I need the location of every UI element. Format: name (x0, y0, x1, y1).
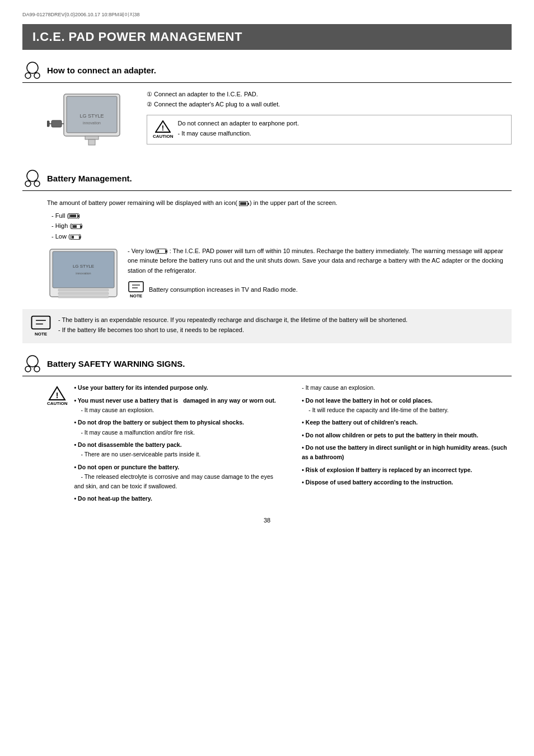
page-header: DA99-01278DREV(0.0)2006.10.17 10:8PM페이지3… (22, 11, 512, 18)
safety-item-12: • Risk of explosion If battery is replac… (302, 465, 512, 475)
note-full-line1: - The battery is an expendable resource.… (58, 315, 407, 325)
section-battery: Battery Management. The amount of batter… (22, 168, 512, 343)
caution-content: Do not connect an adapter to earphone po… (177, 119, 299, 138)
safety-item-1: • Use your battery for its intended purp… (74, 383, 284, 393)
battery-level-full: - Full () (51, 211, 512, 221)
safety-section-icon (22, 353, 43, 374)
connect-title: How to connect an adapter. (47, 66, 156, 75)
svg-point-0 (27, 62, 38, 73)
note-full-line2: - If the battery life becomes too short … (58, 325, 407, 335)
svg-text:innovation: innovation (83, 121, 101, 125)
svg-point-37 (34, 366, 40, 372)
safety-caution-wrap: ! CAUTION • Use your battery for its int… (22, 383, 512, 506)
battery-title: Battery Management. (47, 174, 132, 183)
battery-levels: - Full () - High () - Low () (47, 211, 512, 242)
battery-icon-full (239, 201, 248, 206)
safety-item-4: • Do not disassemble the battery pack. -… (74, 440, 284, 460)
note-full-label: NOTE (35, 330, 47, 338)
svg-rect-14 (47, 121, 49, 127)
connect-layout: LG STYLE innovation ① Connect an adapter… (22, 90, 512, 158)
caution-icon-wrap: ! CAUTION (153, 120, 173, 141)
safety-item-9: • Keep the battery out of children's rea… (302, 418, 512, 427)
connect-steps: ① Connect an adapter to the I.C.E. PAD. … (147, 90, 512, 144)
svg-point-1 (25, 73, 31, 78)
svg-text:LG STYLE: LG STYLE (79, 113, 104, 119)
page-number: 38 (22, 517, 512, 524)
note-full-content: - The battery is an expendable resource.… (58, 315, 407, 335)
svg-rect-29 (129, 282, 143, 292)
connect-section-icon (22, 60, 43, 80)
svg-rect-11 (51, 120, 62, 127)
caution-line2: - It may cause malfunction. (177, 129, 299, 139)
svg-rect-32 (32, 316, 50, 329)
svg-rect-9 (85, 136, 99, 139)
svg-text:LG STYLE: LG STYLE (73, 264, 94, 269)
section-battery-header: Battery Management. (22, 168, 512, 191)
battery-very-low-text: - Very low() : The I.C.E. PAD power will… (128, 246, 512, 276)
section-connect-header: How to connect an adapter. (22, 60, 512, 83)
svg-point-36 (25, 366, 31, 372)
battery-body: The amount of battery power remaining wi… (22, 198, 512, 242)
note-full-symbol-icon (30, 315, 51, 330)
main-title: I.C.E. PAD POWER MANAGEMENT (22, 24, 512, 50)
note-text-inline: Battery consumption increases in TV and … (149, 285, 298, 295)
safety-item-8: • Do not leave the battery in hot or col… (302, 396, 512, 416)
battery-level-high: - High () (51, 221, 512, 231)
note-symbol-icon (128, 281, 144, 293)
section-connect: How to connect an adapter. LG STYLE inno… (22, 60, 512, 158)
battery-low-text: - Very low() : The I.C.E. PAD power will… (128, 246, 512, 304)
svg-rect-23 (53, 251, 114, 288)
svg-point-18 (25, 181, 31, 186)
note-full-box: NOTE - The battery is an expendable reso… (22, 309, 512, 344)
caution-line1: Do not connect an adapter to earphone po… (177, 119, 299, 129)
caution-triangle-icon: ! (155, 120, 171, 133)
safety-item-2: • You must never use a battery that is d… (74, 396, 284, 416)
svg-text:!: ! (56, 391, 59, 400)
battery-device-image: LG STYLE innovation (47, 246, 120, 304)
battery-intro: The amount of battery power remaining wi… (47, 198, 512, 208)
battery-section-icon (22, 168, 43, 188)
safety-item-7: - It may cause an explosion. (302, 383, 512, 393)
svg-rect-27 (58, 292, 109, 295)
section-safety-header: Battery SAFETY WARNING SIGNS. (22, 353, 512, 376)
safety-columns: • Use your battery for its intended purp… (74, 383, 512, 506)
safety-item-11: • Do not use the battery in direct sunli… (302, 443, 512, 463)
safety-caution-triangle: ! (48, 385, 66, 401)
safety-item-5: • Do not open or puncture the battery. -… (74, 463, 284, 492)
safety-item-10: • Do not allow children or pets to put t… (302, 431, 512, 440)
caution-label: CAUTION (153, 133, 173, 141)
connect-caution-box: ! CAUTION Do not connect an adapter to e… (147, 115, 512, 144)
svg-rect-10 (88, 139, 95, 145)
svg-rect-26 (58, 289, 109, 291)
note-full-icon-wrap: NOTE (30, 315, 51, 338)
safety-col1: • Use your battery for its intended purp… (74, 383, 293, 506)
section-safety: Battery SAFETY WARNING SIGNS. ! CAUTION … (22, 353, 512, 506)
connect-step2: ② Connect the adapter's AC plug to a wal… (147, 100, 512, 110)
svg-rect-28 (58, 296, 109, 298)
safety-caution-label: CAUTION (47, 401, 67, 406)
svg-text:innovation: innovation (76, 272, 91, 275)
battery-low-section: LG STYLE innovation - Very low() : The I… (22, 246, 512, 304)
svg-text:!: ! (162, 124, 164, 132)
safety-caution-icon-wrap: ! CAUTION (47, 385, 67, 506)
svg-point-2 (34, 73, 40, 78)
connect-step1: ① Connect an adapter to the I.C.E. PAD. (147, 90, 512, 100)
note-label-inline: NOTE (130, 293, 142, 300)
svg-point-35 (27, 356, 38, 367)
note-icon-wrap: NOTE (128, 281, 144, 300)
safety-item-13: • Dispose of used battery according to t… (302, 478, 512, 487)
adapter-device-image: LG STYLE innovation (47, 90, 137, 158)
safety-item-6: • Do not heat-up the battery. (74, 494, 284, 503)
battery-level-low: - Low () (51, 231, 512, 242)
safety-col2: - It may cause an explosion. • Do not le… (302, 383, 512, 506)
svg-point-19 (34, 181, 40, 186)
safety-item-3: • Do not drop the battery or subject the… (74, 418, 284, 437)
battery-note-box: NOTE Battery consumption increases in TV… (128, 281, 512, 300)
svg-point-17 (27, 170, 38, 181)
safety-title: Battery SAFETY WARNING SIGNS. (47, 359, 185, 368)
